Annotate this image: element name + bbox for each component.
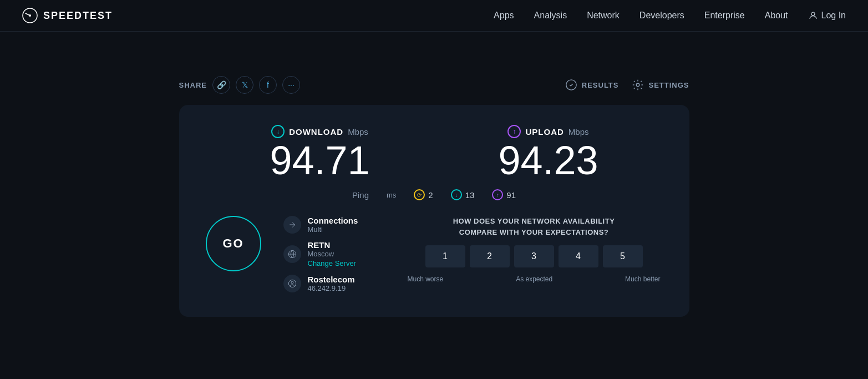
jitter-value: 2: [428, 190, 433, 200]
globe-icon: [288, 250, 297, 259]
results-icon: [565, 79, 577, 91]
results-label: RESULTS: [582, 81, 619, 89]
nav-developers[interactable]: Developers: [639, 11, 684, 21]
ping-label: Ping: [352, 190, 369, 200]
upload-value: 94.23: [498, 140, 598, 180]
ping-row: Ping ms ⟳ 2 ↓ 13 ↑ 91: [206, 189, 663, 200]
settings-label: SETTINGS: [648, 81, 689, 89]
share-facebook-icon[interactable]: f: [259, 76, 277, 94]
ping-ul-stat: ↑ 91: [492, 189, 516, 200]
login-button[interactable]: Log In: [808, 11, 846, 21]
connections-row: Connections Multi: [283, 216, 383, 234]
provider-name: Rostelecom: [308, 275, 355, 284]
user-circle-icon: [288, 279, 297, 288]
login-label: Log In: [821, 11, 846, 21]
download-label-row: ↓ DOWNLOAD Mbps: [271, 125, 368, 138]
survey-label-right: Much better: [625, 275, 660, 283]
survey-btn-3[interactable]: 3: [514, 245, 554, 267]
provider-text: Rostelecom 46.242.9.19: [308, 275, 355, 292]
svg-point-2: [811, 12, 815, 16]
survey-question: HOW DOES YOUR NETWORK AVAILABILITYCOMPAR…: [405, 216, 663, 237]
isp-location: Moscow: [308, 250, 356, 258]
survey-btn-4[interactable]: 4: [559, 245, 598, 267]
connections-label: Connections: [308, 216, 358, 225]
nav-enterprise[interactable]: Enterprise: [704, 11, 745, 21]
survey-question-text: HOW DOES YOUR NETWORK AVAILABILITYCOMPAR…: [453, 217, 615, 236]
speed-row: ↓ DOWNLOAD Mbps 94.71 ↑ UPLOAD Mbps 94.2…: [206, 125, 663, 180]
connections-svg: [288, 220, 297, 229]
nav-about[interactable]: About: [765, 11, 788, 21]
user-icon: [808, 11, 818, 21]
upload-unit: Mbps: [568, 127, 589, 137]
share-more-icon[interactable]: ···: [282, 76, 300, 94]
toolbar: SHARE 🔗 𝕏 f ··· RESULTS SETTINGS: [179, 76, 689, 94]
upload-icon: ↑: [507, 125, 521, 138]
results-card: ↓ DOWNLOAD Mbps 94.71 ↑ UPLOAD Mbps 94.2…: [179, 105, 689, 317]
isp-icon: [283, 245, 301, 263]
ping-dl-icon: ↓: [451, 189, 462, 200]
nav-apps[interactable]: Apps: [494, 11, 514, 21]
survey-btn-2[interactable]: 2: [470, 245, 510, 267]
isp-row: RETN Moscow Change Server: [283, 240, 383, 268]
survey-btn-1[interactable]: 1: [425, 245, 465, 267]
connections-icon: [283, 216, 301, 234]
server-info: Connections Multi RETN Moscow Chan: [283, 216, 383, 292]
bottom-row: GO Connections Multi: [206, 216, 663, 292]
upload-block: ↑ UPLOAD Mbps 94.23: [498, 125, 598, 180]
toolbar-right: RESULTS SETTINGS: [565, 79, 689, 91]
isp-name: RETN: [308, 240, 356, 250]
svg-point-4: [637, 83, 640, 87]
ping-ul-icon: ↑: [492, 189, 503, 200]
logo-text: SPEEDTEST: [43, 10, 113, 22]
jitter-stat: ⟳ 2: [414, 189, 433, 200]
svg-point-1: [29, 14, 31, 17]
download-label: DOWNLOAD: [289, 127, 343, 137]
connections-value: Multi: [308, 225, 358, 234]
nav-network[interactable]: Network: [587, 11, 620, 21]
ping-dl-value: 13: [465, 190, 475, 200]
survey-label-center: As expected: [516, 275, 552, 283]
go-button-wrap: GO: [206, 216, 261, 271]
change-server-link[interactable]: Change Server: [308, 259, 356, 267]
upload-label-row: ↑ UPLOAD Mbps: [507, 125, 588, 138]
speedtest-logo-icon: [22, 8, 38, 23]
isp-text: RETN Moscow Change Server: [308, 240, 356, 268]
results-button[interactable]: RESULTS: [565, 79, 619, 91]
share-twitter-icon[interactable]: 𝕏: [236, 76, 253, 94]
survey-buttons: 1 2 3 4 5: [405, 245, 663, 267]
connections-text: Connections Multi: [308, 216, 358, 234]
nav-analysis[interactable]: Analysis: [534, 11, 567, 21]
logo[interactable]: SPEEDTEST: [22, 8, 113, 23]
settings-icon: [632, 79, 644, 91]
provider-icon: [283, 275, 301, 292]
survey-label-left: Much worse: [408, 275, 444, 283]
download-unit: Mbps: [348, 127, 368, 137]
download-value: 94.71: [270, 140, 369, 180]
ping-dl-stat: ↓ 13: [451, 189, 475, 200]
survey-section: HOW DOES YOUR NETWORK AVAILABILITYCOMPAR…: [405, 216, 663, 283]
jitter-icon: ⟳: [414, 189, 425, 200]
share-link-icon[interactable]: 🔗: [212, 76, 230, 94]
ping-ul-value: 91: [506, 190, 516, 200]
ping-unit: ms: [387, 191, 396, 199]
survey-btn-5[interactable]: 5: [603, 245, 643, 267]
svg-point-7: [291, 281, 293, 284]
share-section: SHARE 🔗 𝕏 f ···: [179, 76, 301, 94]
provider-row: Rostelecom 46.242.9.19: [283, 275, 383, 292]
settings-button[interactable]: SETTINGS: [632, 79, 689, 91]
go-button[interactable]: GO: [206, 216, 261, 271]
main-nav: Apps Analysis Network Developers Enterpr…: [494, 11, 846, 21]
download-block: ↓ DOWNLOAD Mbps 94.71: [270, 125, 369, 180]
provider-ip: 46.242.9.19: [308, 284, 355, 292]
download-icon: ↓: [271, 125, 285, 138]
upload-label: UPLOAD: [525, 127, 564, 137]
share-label: SHARE: [179, 81, 207, 89]
survey-labels: Much worse As expected Much better: [405, 275, 663, 283]
